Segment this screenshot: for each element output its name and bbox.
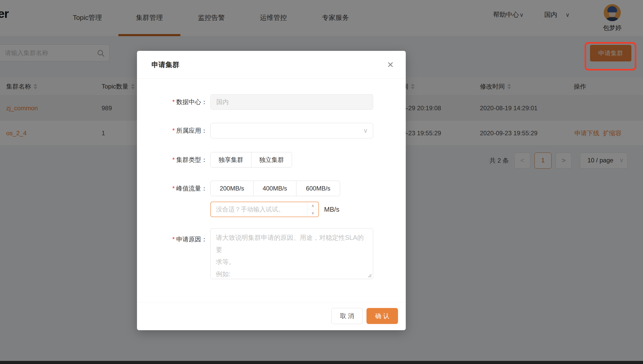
application-select[interactable]: ∨ bbox=[210, 123, 373, 138]
cancel-button[interactable]: 取 消 bbox=[331, 308, 363, 324]
label-text: 集群类型： bbox=[176, 156, 207, 163]
field-label-peak-traffic: *峰值流量： bbox=[148, 181, 207, 196]
datacenter-input-wrap bbox=[210, 94, 373, 110]
reason-textarea[interactable]: 请大致说明集群申请的原因、用途，对稳定性SLA的要 求等。 例如: 原因：xxx… bbox=[210, 228, 373, 279]
peak-400-button[interactable]: 400MB/s bbox=[253, 181, 296, 196]
cluster-type-independent-button[interactable]: 独立集群 bbox=[251, 152, 292, 168]
annotation-highlight-box bbox=[585, 42, 636, 70]
app: er Topic管理 集群管理 监控告警 运维管控 专家服务 帮助中心∨ 国内∨… bbox=[0, 0, 643, 364]
close-icon[interactable]: ✕ bbox=[387, 51, 394, 79]
modal-footer-divider bbox=[137, 302, 406, 302]
required-mark: * bbox=[172, 156, 175, 163]
peak-600-button[interactable]: 600MB/s bbox=[296, 181, 340, 196]
required-mark: * bbox=[172, 98, 175, 105]
reason-placeholder: 请大致说明集群申请的原因、用途，对稳定性SLA的要 求等。 例如: 原因：xxx… bbox=[216, 232, 368, 279]
label-text: 所属应用： bbox=[176, 127, 207, 134]
custom-traffic-input[interactable] bbox=[211, 202, 307, 217]
resize-handle-icon[interactable] bbox=[367, 273, 372, 278]
stepper-up-icon[interactable]: ∧ bbox=[307, 202, 318, 209]
modal-title: 申请集群 bbox=[151, 51, 179, 79]
stepper-down-icon[interactable]: ∨ bbox=[307, 209, 318, 217]
apply-cluster-modal: 申请集群 ✕ *数据中心： *所属应用： ∨ *集群类型： 独享集群 独立集群 … bbox=[137, 51, 406, 330]
cluster-type-exclusive-button[interactable]: 独享集群 bbox=[210, 152, 251, 168]
datacenter-input bbox=[216, 94, 373, 109]
traffic-unit-label: MB/s bbox=[324, 202, 339, 217]
label-text: 数据中心： bbox=[176, 98, 207, 105]
label-text: 申请原因： bbox=[176, 236, 207, 243]
chevron-down-icon: ∨ bbox=[363, 123, 368, 138]
required-mark: * bbox=[172, 236, 175, 243]
field-label-cluster-type: *集群类型： bbox=[148, 152, 207, 168]
confirm-button[interactable]: 确 认 bbox=[366, 308, 398, 324]
required-mark: * bbox=[172, 185, 175, 192]
required-mark: * bbox=[172, 127, 175, 134]
field-label-datacenter: *数据中心： bbox=[148, 94, 207, 110]
number-stepper: ∧ ∨ bbox=[307, 202, 318, 217]
field-label-application: *所属应用： bbox=[148, 123, 207, 138]
peak-200-button[interactable]: 200MB/s bbox=[210, 181, 254, 196]
label-text: 峰值流量： bbox=[176, 185, 207, 192]
custom-traffic-input-wrap: ∧ ∨ bbox=[210, 202, 319, 217]
modal-header: 申请集群 ✕ bbox=[137, 51, 406, 79]
field-label-reason: *申请原因： bbox=[148, 232, 207, 247]
